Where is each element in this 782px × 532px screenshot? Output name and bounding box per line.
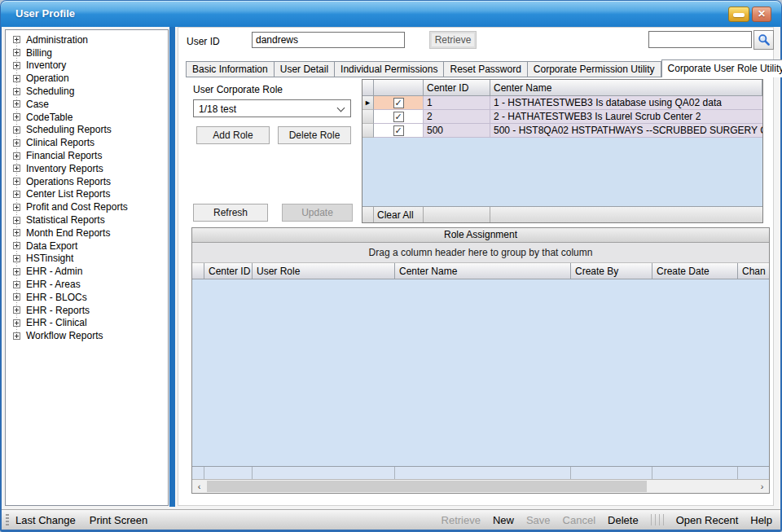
change-column-header[interactable]: Chan	[738, 263, 769, 279]
sidebar-item-inventory[interactable]: Inventory	[6, 59, 168, 73]
sidebar-item-workflow-reports[interactable]: Workflow Reports	[6, 329, 168, 342]
sidebar-item-label: Inventory Reports	[26, 163, 103, 174]
table-row[interactable]: ► ✓ 1 1 - HSTHATESTWEB3 Is database usin…	[362, 96, 762, 110]
expand-plus-icon[interactable]	[13, 152, 20, 160]
expand-plus-icon[interactable]	[13, 293, 20, 301]
sidebar-item-ehr-areas[interactable]: EHR - Areas	[6, 278, 168, 291]
checked-checkbox[interactable]: ✓	[393, 98, 404, 108]
create-by-column-header[interactable]: Create By	[571, 263, 652, 279]
sidebar-item-month-end-reports[interactable]: Month End Reports	[6, 226, 168, 240]
search-input[interactable]	[648, 31, 752, 48]
expand-plus-icon[interactable]	[13, 178, 20, 185]
tab-user-detail[interactable]: User Detail	[275, 61, 335, 77]
scroll-right-arrow-icon[interactable]: ›	[755, 480, 769, 493]
expand-plus-icon[interactable]	[13, 332, 20, 340]
tab-corporate-user-role-utility[interactable]: Corporate User Role Utility	[661, 59, 782, 77]
tab-reset-password[interactable]: Reset Password	[444, 61, 527, 77]
checked-checkbox[interactable]: ✓	[393, 125, 404, 136]
user-profile-window: User Profile ✕ Administration Billing In…	[0, 0, 782, 532]
sidebar-item-billing[interactable]: Billing	[6, 46, 168, 59]
sidebar-item-scheduling[interactable]: Scheduling	[6, 85, 168, 98]
retrieve-action-button: Retrieve	[442, 514, 481, 526]
checked-checkbox[interactable]: ✓	[393, 112, 404, 122]
tab-basic-information[interactable]: Basic Information	[186, 61, 275, 77]
sidebar-item-ehr-blocs[interactable]: EHR - BLOCs	[6, 291, 168, 304]
open-recent-button[interactable]: Open Recent	[676, 514, 739, 526]
minimize-button[interactable]	[728, 7, 749, 22]
refresh-button[interactable]: Refresh	[193, 204, 268, 222]
sidebar-item-financial-reports[interactable]: Financial Reports	[6, 149, 168, 162]
add-role-button[interactable]: Add Role	[196, 126, 270, 144]
sidebar-item-clinical-reports[interactable]: Clinical Reports	[6, 136, 168, 149]
print-screen-button[interactable]: Print Screen	[90, 514, 148, 526]
sidebar-item-scheduling-reports[interactable]: Scheduling Reports	[6, 124, 168, 137]
title-bar[interactable]: User Profile ✕	[1, 1, 781, 27]
expand-plus-icon[interactable]	[13, 217, 20, 224]
delete-role-button[interactable]: Delete Role	[278, 126, 351, 144]
sidebar-item-codetable[interactable]: CodeTable	[6, 111, 168, 124]
checkbox-cell[interactable]: ✓	[374, 124, 424, 138]
expand-plus-icon[interactable]	[13, 165, 20, 172]
tab-individual-permissions[interactable]: Individual Permissions	[335, 61, 444, 77]
table-row[interactable]: ✓ 2 2 - HATHATESTWEB3 Is Laurel Scrub Ce…	[362, 110, 762, 124]
new-button[interactable]: New	[493, 514, 514, 526]
center-id-column-header[interactable]: Center ID	[204, 263, 253, 279]
expand-plus-icon[interactable]	[13, 306, 20, 314]
center-id-column-header[interactable]: Center ID	[424, 80, 490, 95]
sidebar-item-operations-reports[interactable]: Operations Reports	[6, 175, 168, 188]
create-date-column-header[interactable]: Create Date	[652, 263, 738, 279]
expand-plus-icon[interactable]	[13, 319, 20, 327]
checkbox-cell[interactable]: ✓	[374, 110, 424, 124]
sidebar-item-administration[interactable]: Administration	[6, 33, 168, 46]
sidebar-item-case[interactable]: Case	[6, 98, 168, 111]
retrieve-button[interactable]: Retrieve	[429, 31, 477, 49]
center-name-column-header[interactable]: Center Name	[490, 80, 762, 95]
expand-plus-icon[interactable]	[13, 281, 20, 288]
sidebar-item-data-export[interactable]: Data Export	[6, 240, 168, 253]
user-corporate-role-select[interactable]: 1/18 test	[193, 99, 351, 117]
expand-plus-icon[interactable]	[13, 139, 20, 147]
expand-plus-icon[interactable]	[13, 75, 20, 82]
sidebar-item-profit-cost-reports[interactable]: Profit and Cost Reports	[6, 200, 168, 213]
sidebar-item-label: Workflow Reports	[26, 330, 103, 341]
sidebar-item-statistical-reports[interactable]: Statistical Reports	[6, 213, 168, 226]
expand-plus-icon[interactable]	[13, 113, 20, 121]
scrollbar-thumb[interactable]	[207, 481, 647, 492]
sidebar-item-center-list-reports[interactable]: Center List Reports	[6, 188, 168, 201]
sidebar-item-ehr-reports[interactable]: EHR - Reports	[6, 304, 168, 317]
expand-plus-icon[interactable]	[13, 268, 20, 275]
sidebar-item-ehr-clinical[interactable]: EHR - Clinical	[6, 317, 168, 330]
clear-all-button[interactable]: Clear All	[374, 207, 424, 222]
horizontal-scrollbar[interactable]: ‹ ›	[192, 479, 769, 493]
expand-plus-icon[interactable]	[13, 49, 20, 56]
expand-plus-icon[interactable]	[13, 126, 20, 134]
sidebar-item-inventory-reports[interactable]: Inventory Reports	[6, 162, 168, 175]
expand-plus-icon[interactable]	[13, 229, 20, 236]
expand-plus-icon[interactable]	[13, 191, 20, 198]
expand-plus-icon[interactable]	[13, 100, 20, 108]
close-button[interactable]: ✕	[752, 7, 771, 22]
tab-corporate-permission-utility[interactable]: Corporate Permission Utility	[528, 61, 661, 77]
panel-splitter[interactable]	[169, 27, 175, 507]
user-id-input[interactable]	[252, 32, 405, 48]
group-by-drop-area[interactable]: Drag a column header here to group by th…	[192, 243, 769, 263]
expand-plus-icon[interactable]	[13, 255, 20, 262]
user-role-column-header[interactable]: User Role	[253, 263, 395, 279]
help-button[interactable]: Help	[750, 514, 772, 526]
expand-plus-icon[interactable]	[13, 36, 20, 43]
checkbox-cell[interactable]: ✓	[374, 96, 424, 110]
search-button[interactable]	[753, 30, 774, 50]
last-change-button[interactable]: Last Change	[15, 514, 76, 526]
expand-plus-icon[interactable]	[13, 242, 20, 249]
checkbox-column-header[interactable]	[374, 80, 424, 95]
delete-button[interactable]: Delete	[608, 514, 639, 526]
center-name-column-header[interactable]: Center Name	[395, 263, 571, 279]
table-row[interactable]: ✓ 500 500 - HST8QA02 HSTPATHWAYS --SCRUB…	[362, 124, 762, 138]
expand-plus-icon[interactable]	[13, 204, 20, 211]
sidebar-item-ehr-admin[interactable]: EHR - Admin	[6, 265, 168, 278]
expand-plus-icon[interactable]	[13, 88, 20, 95]
scroll-left-arrow-icon[interactable]: ‹	[192, 480, 206, 493]
sidebar-item-hstinsight[interactable]: HSTinsight	[6, 253, 168, 266]
expand-plus-icon[interactable]	[13, 62, 20, 69]
sidebar-item-operation[interactable]: Operation	[6, 72, 168, 85]
